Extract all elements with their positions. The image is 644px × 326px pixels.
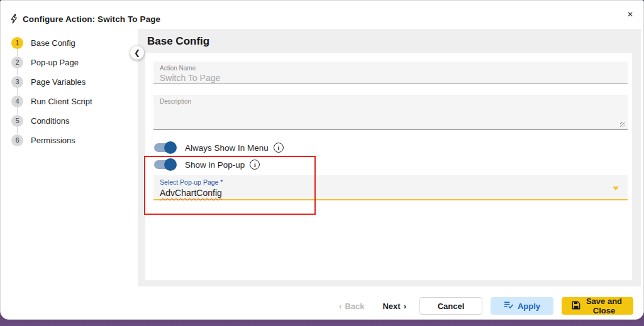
stepper-item-permissions[interactable]: 6 Permissions	[11, 134, 131, 146]
step-label: Permissions	[31, 136, 75, 145]
info-icon[interactable]: i	[274, 143, 284, 153]
step-label: Run Client Script	[31, 97, 92, 106]
step-connector	[17, 107, 18, 114]
stepper-item-page-variables[interactable]: 3 Page Variables	[11, 75, 131, 88]
save-and-close-label: Save and Close	[585, 296, 623, 315]
lightning-bolt-icon	[9, 14, 18, 24]
step-number-badge: 1	[11, 37, 23, 49]
playlist-check-icon	[504, 301, 513, 311]
step-number-badge: 2	[11, 57, 23, 68]
chevron-down-icon[interactable]	[613, 187, 619, 190]
stepper-item-conditions[interactable]: 5 Conditions	[11, 114, 131, 127]
step-connector	[17, 49, 18, 56]
stepper-nav: 1 Base Config 2 Pop-up Page 3 Page Varia…	[11, 36, 131, 146]
action-name-label: Action Name	[160, 65, 621, 72]
back-label: Back	[345, 302, 364, 311]
toggle-label: Show in Pop-up	[185, 160, 245, 170]
toggle-knob	[164, 141, 177, 154]
step-connector	[17, 127, 18, 134]
action-name-value: Switch To Page	[160, 73, 621, 83]
step-label: Pop-up Page	[31, 58, 79, 67]
panel-heading: Base Config	[147, 35, 209, 48]
configure-action-dialog: Configure Action: Switch To Page ✕ 1 Bas…	[0, 0, 644, 320]
show-in-popup-toggle[interactable]	[154, 160, 175, 169]
resize-grip-icon[interactable]	[620, 122, 625, 127]
close-icon[interactable]: ✕	[625, 9, 636, 20]
dialog-header: Configure Action: Switch To Page	[9, 14, 160, 24]
select-popup-page-value: AdvChartConfig	[160, 188, 222, 198]
cancel-button[interactable]: Cancel	[419, 297, 482, 315]
next-button[interactable]: Next ›	[377, 298, 411, 315]
show-in-popup-row: Show in Pop-up i	[154, 158, 260, 171]
step-number-badge: 3	[11, 76, 23, 88]
description-field[interactable]: Description	[153, 95, 628, 130]
chevron-right-icon: ›	[404, 302, 406, 311]
step-number-badge: 5	[11, 115, 23, 127]
step-label: Base Config	[31, 38, 75, 48]
info-icon[interactable]: i	[250, 160, 260, 170]
stepper-item-run-client-script[interactable]: 4 Run Client Script	[11, 95, 131, 107]
select-popup-page-dropdown[interactable]: Select Pop-up Page * AdvChartConfig	[153, 175, 628, 200]
apply-label: Apply	[518, 302, 540, 311]
chevron-left-icon: ‹	[339, 302, 341, 311]
step-connector	[17, 88, 18, 95]
always-show-in-menu-toggle[interactable]	[154, 143, 175, 152]
step-number-badge: 4	[11, 95, 23, 107]
stepper-item-base-config[interactable]: 1 Base Config	[11, 36, 131, 49]
step-number-badge: 6	[11, 134, 23, 146]
description-label: Description	[160, 98, 621, 105]
save-and-close-button[interactable]: Save and Close	[562, 297, 633, 315]
action-name-field[interactable]: Action Name Switch To Page	[153, 62, 628, 84]
step-label: Page Variables	[31, 77, 86, 87]
dialog-title: Configure Action: Switch To Page	[23, 14, 160, 24]
next-label: Next	[382, 302, 400, 311]
select-popup-page-label: Select Pop-up Page *	[160, 178, 621, 186]
footer-actions: ‹ Back Next › Cancel Apply	[334, 297, 633, 315]
always-show-in-menu-row: Always Show In Menu i	[154, 141, 284, 154]
base-config-panel: Base Config ❮ Action Name Switch To Page…	[138, 29, 641, 286]
stepper-item-popup-page[interactable]: 2 Pop-up Page	[11, 56, 131, 68]
toggle-knob	[164, 158, 177, 171]
collapse-sidebar-button[interactable]: ❮	[130, 46, 144, 60]
floppy-disk-icon	[572, 301, 580, 312]
back-button[interactable]: ‹ Back	[334, 298, 369, 315]
form-card: Action Name Switch To Page Description A…	[145, 53, 632, 280]
toggle-label: Always Show In Menu	[185, 143, 269, 153]
step-connector	[17, 68, 18, 75]
step-label: Conditions	[31, 116, 69, 126]
apply-button[interactable]: Apply	[491, 297, 553, 315]
